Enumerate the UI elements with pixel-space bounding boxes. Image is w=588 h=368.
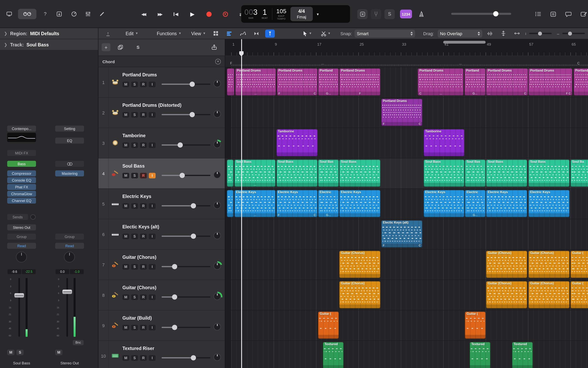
region-portland-drums[interactable]: Portland DrumsF C	[529, 68, 573, 96]
mixer-button[interactable]	[83, 9, 93, 19]
region-soul-ba[interactable]: Soul Ba	[570, 160, 588, 187]
track-volume-slider[interactable]	[162, 327, 211, 328]
track-pan-knob[interactable]	[214, 323, 221, 331]
region-electric-keys[interactable]: Electric Keys	[529, 190, 570, 217]
region-electric-keys[interactable]: Electric Keys	[486, 190, 527, 217]
slider-knob[interactable]	[180, 173, 185, 178]
snap-popup[interactable]: Smart	[354, 29, 415, 37]
input-monitor-button[interactable]: I	[149, 203, 156, 209]
track-volume-slider[interactable]	[162, 236, 211, 237]
quick-help-button[interactable]: ?	[40, 9, 50, 19]
region-guitar-chorus-[interactable]: Guitar (Chorus)	[529, 281, 570, 308]
slider-knob[interactable]	[189, 112, 195, 117]
track-volume-slider[interactable]	[162, 83, 211, 85]
bar-ruler[interactable]: 1917253341495765	[225, 39, 588, 56]
track-volume-slider[interactable]	[162, 266, 211, 267]
region-soul-bass[interactable]: Soul Bass	[276, 160, 317, 187]
record-enable-button[interactable]: R	[140, 82, 147, 87]
plugin-slot-channel-eq[interactable]: Channel EQ	[7, 198, 36, 204]
track-header-guitar-chorus-[interactable]: 7 Guitar (Chorus) M S R I	[98, 250, 225, 280]
pan-knob[interactable]	[64, 252, 75, 262]
region-electric-keys[interactable]: Electric Keys...	[234, 190, 276, 217]
input-monitor-button[interactable]: I	[149, 325, 156, 331]
mute-button[interactable]: M	[122, 294, 129, 300]
track-pan-knob[interactable]	[214, 202, 221, 209]
track-lanes[interactable]: Portland Drums...Portland DrumsFCPortlan…	[225, 67, 588, 368]
region-guitar-chorus-[interactable]: Guitar (Chorus)	[486, 251, 527, 278]
track-pan-knob[interactable]	[214, 354, 221, 361]
regions-view-button[interactable]	[224, 29, 234, 37]
horizontal-auto-zoom-button[interactable]	[512, 29, 522, 37]
automation-button[interactable]	[238, 29, 248, 37]
smart-controls-button[interactable]	[69, 9, 79, 19]
slider-knob[interactable]	[178, 142, 183, 147]
add-chord-button[interactable]: +	[215, 59, 221, 64]
automation-mode-button[interactable]: Read	[55, 243, 84, 249]
channel-setting-button[interactable]: Setting	[55, 126, 84, 132]
slider-knob[interactable]	[191, 234, 196, 239]
slider-knob[interactable]	[191, 203, 196, 208]
record-enable-button[interactable]: R	[140, 142, 147, 148]
input-monitor-button[interactable]: I	[149, 82, 156, 87]
track-header-soul-bass[interactable]: 4 Soul Bass M S R I	[98, 158, 225, 189]
solo-button[interactable]: S	[131, 203, 138, 209]
grid-view-button[interactable]	[211, 29, 220, 37]
track-pan-knob[interactable]	[214, 171, 221, 178]
region-electric[interactable]: ElectricG...	[465, 190, 486, 217]
plugin-slot-chromaglow[interactable]: ChromaGlow	[7, 191, 36, 197]
command-click-tool-menu[interactable]: ▼	[321, 31, 331, 36]
track-volume-slider[interactable]	[162, 144, 211, 146]
track-pan-knob[interactable]	[214, 293, 221, 300]
play-button[interactable]: ▶	[186, 9, 199, 19]
group-slot[interactable]: Group	[55, 234, 84, 239]
mute-button[interactable]: M	[122, 173, 129, 178]
browsers-button[interactable]	[579, 9, 588, 19]
mute-button[interactable]: M	[122, 142, 129, 148]
mute-button[interactable]: M	[122, 112, 129, 118]
lcd-display[interactable]: 003 BAR 1 BEAT 105 KEEP TEMPO 4/4 Fmaj ▾	[241, 5, 350, 23]
region-guitar-chorus-[interactable]: Guitar (Chorus)	[486, 281, 527, 308]
chord-track-lane[interactable]: F......C	[225, 56, 588, 67]
slider-knob[interactable]	[191, 355, 196, 360]
loops-browser-button[interactable]	[563, 9, 574, 19]
solo-button[interactable]: S	[131, 82, 138, 87]
solo-button[interactable]: S	[131, 112, 138, 118]
plugin-slot-compressor[interactable]: Compressor	[7, 170, 36, 176]
track-pan-knob[interactable]	[214, 110, 221, 118]
mute-button[interactable]: M	[122, 203, 129, 209]
region-guitar-[interactable]: Guitar (	[318, 312, 339, 339]
input-monitor-button[interactable]: I	[149, 173, 156, 178]
duplicate-track-button[interactable]	[116, 43, 125, 51]
solo-button[interactable]: S	[131, 234, 138, 239]
channel-setting-button[interactable]: Contempo...	[7, 126, 36, 132]
track-volume-slider[interactable]	[162, 114, 211, 115]
record-enable-button[interactable]: R	[140, 203, 147, 209]
track-lane-9[interactable]	[225, 310, 588, 341]
editors-button[interactable]	[97, 9, 107, 19]
tuner-button[interactable]	[371, 9, 381, 19]
functions-menu[interactable]: Functions▼	[157, 31, 182, 36]
record-button[interactable]	[202, 9, 215, 19]
region-soul-bas[interactable]: Soul Bas	[318, 160, 339, 187]
mute-button[interactable]: M	[55, 350, 62, 355]
eq-slot[interactable]: EQ	[55, 138, 84, 144]
fader-handle[interactable]	[62, 290, 72, 294]
track-volume-slider[interactable]	[162, 205, 211, 206]
automation-mode-button[interactable]: Read	[7, 243, 36, 249]
solo-mode-button[interactable]: S	[384, 9, 395, 19]
flex-button[interactable]	[252, 29, 261, 37]
region-portland-drums[interactable]: Portland DrumsC...	[418, 68, 464, 96]
region-textured[interactable]: Textured	[470, 342, 490, 368]
region-electric[interactable]: ElectricG...	[318, 190, 339, 217]
track-header-portland-drums[interactable]: 1 Portland Drums M S R I	[98, 67, 225, 98]
disclosure-chevron-icon[interactable]: ❯	[4, 31, 7, 36]
mute-button[interactable]: M	[122, 234, 129, 239]
track-inspector-row[interactable]: ❯ Track: Soul Bass	[0, 39, 98, 50]
output-slot[interactable]: Stereo Out	[7, 224, 36, 230]
region-electric-keys[interactable]: Electric Keys	[340, 190, 381, 217]
track-volume-slider[interactable]	[162, 296, 211, 298]
plugin-slot-mastering[interactable]: Mastering	[55, 170, 84, 176]
region-soul-bass[interactable]: Soul Bass	[486, 160, 527, 187]
input-monitor-button[interactable]: I	[149, 234, 156, 239]
region-electic-keys-alt-[interactable]: Electic Keys (alt)FC	[381, 221, 423, 248]
